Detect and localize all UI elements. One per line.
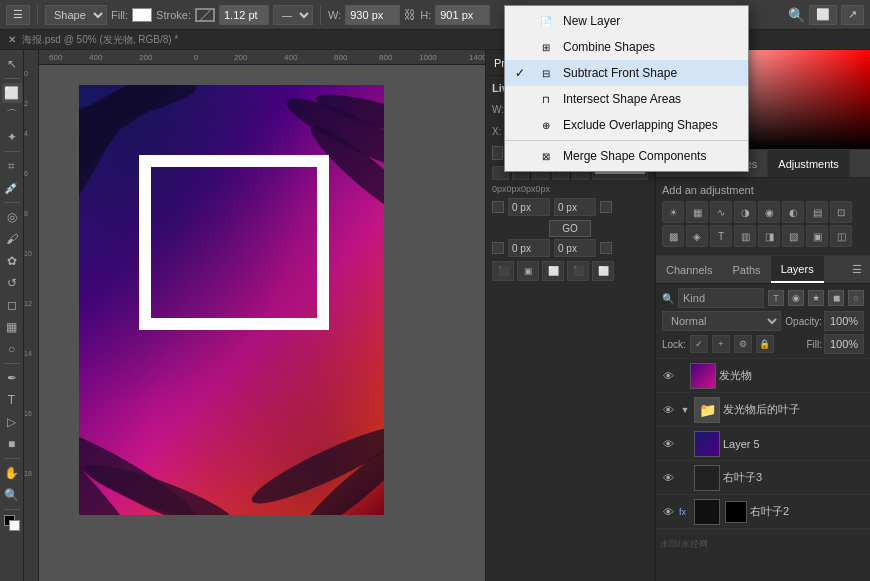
selective-icon[interactable]: ▧ — [782, 225, 804, 247]
fill-swatch[interactable] — [492, 146, 503, 160]
filter-on[interactable]: ○ — [848, 290, 864, 306]
history-brush-tool[interactable]: ↺ — [2, 273, 22, 293]
canvas-image[interactable] — [79, 85, 384, 515]
expand-icon[interactable]: ▼ — [679, 405, 691, 415]
menu-item-exclude[interactable]: ⊕ Exclude Overlapping Shapes — [505, 112, 748, 138]
levels-icon[interactable]: ▦ — [686, 201, 708, 223]
levels2-icon[interactable]: ▩ — [662, 225, 684, 247]
curves-icon[interactable]: ∿ — [710, 201, 732, 223]
align-left-icon[interactable]: ⬛ — [492, 261, 514, 281]
layer-item[interactable]: 👁 fx 右叶子2 — [656, 495, 870, 529]
threshold-icon[interactable]: ◨ — [758, 225, 780, 247]
hue-icon[interactable]: ◈ — [686, 225, 708, 247]
menu-item-intersect[interactable]: ⊓ Intersect Shape Areas — [505, 86, 748, 112]
filter-icon3[interactable]: ★ — [808, 290, 824, 306]
eyedropper-tool[interactable]: 💉 — [2, 178, 22, 198]
canvas-content[interactable] — [39, 65, 485, 581]
fg-bg-colors[interactable] — [4, 515, 20, 531]
align-center-icon[interactable]: ▣ — [517, 261, 539, 281]
share-btn[interactable]: ↗ — [841, 5, 864, 25]
visibility-icon[interactable]: 👁 — [660, 470, 676, 486]
clone-stamp-tool[interactable]: ✿ — [2, 251, 22, 271]
type-tool[interactable]: T — [2, 390, 22, 410]
channels-icon[interactable]: T — [710, 225, 732, 247]
fill-color[interactable] — [132, 8, 152, 22]
tab-layers[interactable]: Layers — [771, 256, 824, 283]
brightness-icon[interactable]: ☀ — [662, 201, 684, 223]
gradient-map-icon[interactable]: ▣ — [806, 225, 828, 247]
hand-tool[interactable]: ✋ — [2, 463, 22, 483]
menu-item-new-layer[interactable]: 📄 New Layer — [505, 8, 748, 34]
blend-mode-select[interactable]: Normal — [662, 311, 781, 331]
link-wh-icon[interactable]: ⛓ — [404, 8, 416, 22]
layer-item[interactable]: 👁 右叶子3 — [656, 461, 870, 495]
lock-all-btn[interactable]: 🔒 — [756, 335, 774, 353]
pad-input2a[interactable] — [508, 239, 550, 257]
workspace-btn[interactable]: ⬜ — [809, 5, 837, 25]
invert-icon[interactable]: ⊡ — [830, 201, 852, 223]
lock-art-btn[interactable]: ⚙ — [734, 335, 752, 353]
visibility-icon[interactable]: 👁 — [660, 436, 676, 452]
gradient-tool[interactable]: ▦ — [2, 317, 22, 337]
lock-pixels-btn[interactable]: ✓ — [690, 335, 708, 353]
layer-item[interactable]: 👁 ▼ 📁 发光物后的叶子 — [656, 393, 870, 427]
dodge-tool[interactable]: ○ — [2, 339, 22, 359]
menu-item-subtract[interactable]: ✓ ⊟ Subtract Front Shape — [505, 60, 748, 86]
saturation-icon[interactable]: ◐ — [782, 201, 804, 223]
lock-pos-btn[interactable]: + — [712, 335, 730, 353]
exposure-icon[interactable]: ◑ — [734, 201, 756, 223]
photo-filter-icon[interactable]: ◫ — [830, 225, 852, 247]
fill-value[interactable]: 100% — [824, 334, 864, 354]
visibility-icon[interactable]: 👁 — [660, 368, 676, 384]
layer-menu-btn[interactable]: ☰ — [844, 256, 870, 283]
move-tool[interactable]: ↖ — [2, 54, 22, 74]
posterize-icon[interactable]: ▥ — [734, 225, 756, 247]
layer-item[interactable]: 👁 Layer 5 — [656, 427, 870, 461]
stroke-style-select[interactable]: — — [273, 5, 313, 25]
filter-icon2[interactable]: ◉ — [788, 290, 804, 306]
menu-item-merge[interactable]: ⊠ Merge Shape Components — [505, 143, 748, 169]
shape-tool[interactable]: ■ — [2, 434, 22, 454]
menu-btn[interactable]: ☰ — [6, 5, 30, 25]
close-tab-icon[interactable]: ✕ — [8, 34, 16, 45]
spot-heal-tool[interactable]: ◎ — [2, 207, 22, 227]
tab-channels[interactable]: Channels — [656, 256, 722, 283]
filter-icon1[interactable]: T — [768, 290, 784, 306]
pad-checkbox1[interactable] — [492, 201, 504, 213]
layer-item[interactable]: 👁 发光物 — [656, 359, 870, 393]
vibrance-icon[interactable]: ◉ — [758, 201, 780, 223]
pen-tool[interactable]: ✒ — [2, 368, 22, 388]
file-tab-label[interactable]: 海报.psd @ 50% (发光物, RGB/8) * — [22, 33, 178, 47]
eraser-tool[interactable]: ◻ — [2, 295, 22, 315]
align-bottom-icon[interactable]: ⬜ — [592, 261, 614, 281]
pad-input1a[interactable] — [508, 198, 550, 216]
pad-checkbox4[interactable] — [600, 242, 612, 254]
pad-checkbox3[interactable] — [492, 242, 504, 254]
pad-input1b[interactable] — [554, 198, 596, 216]
crop-tool[interactable]: ⌗ — [2, 156, 22, 176]
visibility-icon[interactable]: 👁 — [660, 504, 676, 520]
go-button[interactable]: GO — [549, 220, 591, 237]
brush-tool[interactable]: 🖌 — [2, 229, 22, 249]
zoom-tool[interactable]: 🔍 — [2, 485, 22, 505]
visibility-icon[interactable]: 👁 — [660, 402, 676, 418]
pad-input2b[interactable] — [554, 239, 596, 257]
align-right-icon[interactable]: ⬜ — [542, 261, 564, 281]
align-top-icon[interactable]: ⬛ — [567, 261, 589, 281]
layer-kind-select[interactable]: Kind — [678, 288, 764, 308]
tab-paths[interactable]: Paths — [722, 256, 770, 283]
filter-icon4[interactable]: ◼ — [828, 290, 844, 306]
tab-adjustments[interactable]: Adjustments — [768, 150, 850, 177]
width-input[interactable] — [345, 5, 400, 25]
menu-item-combine[interactable]: ⊞ Combine Shapes — [505, 34, 748, 60]
height-input[interactable] — [435, 5, 490, 25]
opacity-value[interactable]: 100% — [824, 311, 864, 331]
pad-checkbox2[interactable] — [600, 201, 612, 213]
shape-type-select[interactable]: Shape — [45, 5, 107, 25]
magic-wand-tool[interactable]: ✦ — [2, 127, 22, 147]
marquee-tool[interactable]: ⬜ — [2, 83, 22, 103]
path-select-tool[interactable]: ▷ — [2, 412, 22, 432]
stroke-size-input[interactable]: 1.12 pt — [219, 5, 269, 25]
colorbal-icon[interactable]: ▤ — [806, 201, 828, 223]
search-icon[interactable]: 🔍 — [788, 7, 805, 23]
